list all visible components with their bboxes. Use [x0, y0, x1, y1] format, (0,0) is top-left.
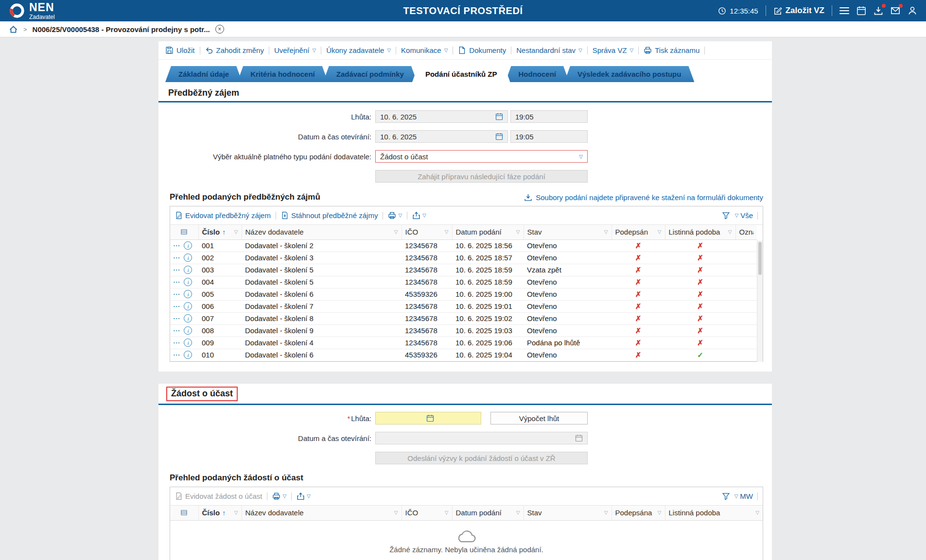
column-header-ico[interactable]: IČO▽	[402, 225, 452, 239]
filter-caret-icon[interactable]: ▽	[755, 510, 759, 515]
close-record-icon[interactable]: ×	[215, 25, 224, 34]
column-header-podepsana[interactable]: Podepsána▽	[612, 506, 665, 520]
send-invitation-button[interactable]: Odeslání výzvy k podání žádostí o účast …	[375, 452, 588, 464]
submission-type-select[interactable]: Žádost o účast ▽	[375, 150, 588, 163]
home-icon[interactable]	[9, 25, 18, 34]
save-button[interactable]: Uložit	[165, 46, 195, 54]
calendar-icon[interactable]	[856, 6, 866, 16]
page-size-select[interactable]: ▽MW	[734, 492, 753, 500]
tab-zadavaci-podminky[interactable]: Zadávací podmínky	[323, 66, 417, 82]
tab-kriteria-hodnoceni[interactable]: Kritéria hodnocení	[237, 66, 328, 82]
filter-caret-icon[interactable]: ▽	[658, 510, 662, 515]
filter-caret-icon[interactable]: ▽	[728, 229, 732, 235]
table-row[interactable]: •••i 002 Dodavatel - školení 3 12345678 …	[170, 252, 757, 264]
column-header-ico[interactable]: IČO▽	[402, 506, 452, 520]
filter-caret-icon[interactable]: ▽	[516, 510, 520, 515]
column-header-datum[interactable]: Datum podání▽	[452, 225, 524, 239]
filter-caret-icon[interactable]: ▽	[394, 229, 398, 235]
tab-hodnoceni[interactable]: Hodnocení	[505, 66, 569, 82]
start-next-phase-button[interactable]: Zahájit přípravu následující fáze podání	[375, 170, 588, 183]
download-note-link[interactable]: Soubory podání najdete připravené ke sta…	[524, 193, 763, 202]
stahnout-predbezne-zajmy-button[interactable]: Stáhnout předběžné zájmy	[281, 211, 378, 220]
discard-changes-button[interactable]: Zahodit změny	[205, 46, 264, 54]
opening-time-input[interactable]: 19:05	[510, 130, 588, 143]
row-menu-icon[interactable]: •••	[174, 316, 180, 321]
column-header-nazev[interactable]: Název dodavatele▽	[242, 225, 402, 239]
column-header-nazev[interactable]: Název dodavatele▽	[242, 506, 402, 520]
row-info-icon[interactable]: i	[184, 302, 192, 310]
row-info-icon[interactable]: i	[184, 266, 192, 274]
create-vz-button[interactable]: Založit VZ	[773, 6, 824, 16]
row-menu-icon[interactable]: •••	[174, 255, 180, 260]
export-grid-button[interactable]: ▽	[412, 211, 426, 220]
row-info-icon[interactable]: i	[184, 241, 192, 250]
row-menu-icon[interactable]: •••	[174, 243, 180, 248]
filter-icon[interactable]	[722, 492, 730, 500]
downloads-button[interactable]	[874, 6, 883, 16]
row-menu-icon[interactable]: •••	[174, 304, 180, 308]
scrollbar-thumb[interactable]	[758, 242, 762, 275]
calendar-icon[interactable]	[495, 133, 503, 140]
table-row[interactable]: •••i 001 Dodavatel - školení 2 12345678 …	[170, 239, 757, 252]
column-header-cislo[interactable]: Číslo↑▽	[198, 225, 242, 239]
nen-logo[interactable]: NEN Zadavatel	[9, 2, 55, 20]
user-icon[interactable]	[908, 6, 917, 16]
row-menu-icon[interactable]: •••	[174, 268, 180, 272]
filter-caret-icon[interactable]: ▽	[604, 229, 608, 235]
evidovat-predbezny-zajem-button[interactable]: Evidovat předběžný zájem	[175, 211, 271, 220]
print-grid-button[interactable]: ▽	[272, 492, 286, 500]
vz-administration-menu[interactable]: Správa VZ▽	[593, 46, 634, 54]
documents-button[interactable]: Dokumenty	[458, 46, 506, 54]
export-grid-button[interactable]: ▽	[297, 492, 311, 500]
table-row[interactable]: •••i 006 Dodavatel - školení 7 12345678 …	[170, 300, 757, 312]
row-info-icon[interactable]: i	[184, 351, 192, 359]
row-info-icon[interactable]: i	[184, 290, 192, 298]
evidovat-zadost-button[interactable]: Evidovat žádost o účast	[175, 492, 262, 500]
table-row[interactable]: •••i 008 Dodavatel - školení 9 12345678 …	[170, 324, 757, 337]
filter-caret-icon[interactable]: ▽	[445, 510, 449, 515]
nonstandard-state-menu[interactable]: Nestandardní stav▽	[516, 46, 582, 54]
menu-icon[interactable]	[839, 7, 849, 15]
filter-caret-icon[interactable]: ▽	[516, 229, 520, 235]
filter-caret-icon[interactable]: ▽	[234, 229, 238, 235]
filter-caret-icon[interactable]: ▽	[604, 510, 608, 515]
filter-caret-icon[interactable]: ▽	[234, 510, 238, 515]
filter-caret-icon[interactable]: ▽	[445, 229, 449, 235]
publication-menu[interactable]: Uveřejnění▽	[274, 46, 316, 54]
column-header-listinna[interactable]: Listinná podoba▽	[665, 506, 763, 520]
column-options-header[interactable]	[170, 225, 198, 239]
calendar-icon[interactable]	[495, 113, 503, 120]
row-menu-icon[interactable]: •••	[174, 340, 180, 345]
communication-menu[interactable]: Komunikace▽	[401, 46, 448, 54]
column-header-listinna[interactable]: Listinná podoba▽	[665, 225, 735, 239]
column-header-datum[interactable]: Datum podání▽	[452, 506, 524, 520]
table-row[interactable]: •••i 009 Dodavatel - školení 4 12345678 …	[170, 337, 757, 349]
deadline-date-input[interactable]: 10. 6. 2025	[375, 110, 508, 123]
column-header-stav[interactable]: Stav▽	[524, 225, 612, 239]
row-info-icon[interactable]: i	[184, 254, 192, 262]
row-menu-icon[interactable]: •••	[174, 353, 180, 357]
filter-caret-icon[interactable]: ▽	[394, 510, 398, 515]
column-header-oznaceni[interactable]: Označe	[735, 225, 757, 239]
column-options-header[interactable]	[170, 506, 198, 520]
breadcrumb-item[interactable]: N006/25/V00005438 - Provozování prodejny…	[33, 25, 210, 34]
filter-icon[interactable]	[722, 211, 730, 220]
row-menu-icon[interactable]: •••	[174, 280, 180, 284]
zadost-deadline-input[interactable]	[375, 412, 481, 424]
row-menu-icon[interactable]: •••	[174, 292, 180, 296]
print-grid-button[interactable]: ▽	[388, 211, 402, 220]
table-row[interactable]: •••i 007 Dodavatel - školení 8 12345678 …	[170, 312, 757, 324]
compute-deadlines-button[interactable]: Výpočet lhůt	[490, 412, 588, 424]
page-size-select[interactable]: ▽Vše	[734, 211, 753, 220]
tab-vysledek-zadavaciho-postupu[interactable]: Výsledek zadávacího postupu	[564, 66, 694, 82]
vertical-scrollbar[interactable]	[757, 240, 763, 362]
table-row[interactable]: •••i 005 Dodavatel - školení 6 45359326 …	[170, 288, 757, 300]
table-row[interactable]: •••i 003 Dodavatel - školení 5 12345678 …	[170, 264, 757, 276]
row-menu-icon[interactable]: •••	[174, 328, 180, 333]
table-row[interactable]: •••i 004 Dodavatel - školení 5 12345678 …	[170, 276, 757, 288]
deadline-time-input[interactable]: 19:05	[510, 110, 588, 123]
table-row[interactable]: •••i 010 Dodavatel - školení 6 45359326 …	[170, 349, 757, 361]
row-info-icon[interactable]: i	[184, 326, 192, 335]
filter-caret-icon[interactable]: ▽	[658, 229, 662, 235]
contracting-actions-menu[interactable]: Úkony zadavatele▽	[326, 46, 391, 54]
